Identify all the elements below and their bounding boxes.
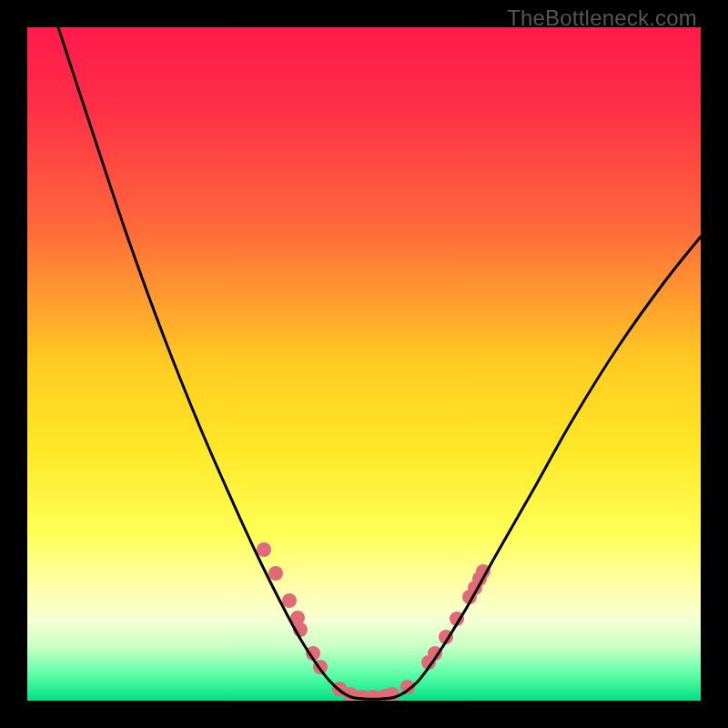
bottleneck-curve — [58, 27, 701, 699]
curve-marker — [282, 593, 297, 608]
curve-marker — [257, 542, 271, 557]
chart-frame — [27, 27, 701, 701]
chart-svg — [27, 27, 701, 701]
curve-marker — [268, 566, 283, 581]
